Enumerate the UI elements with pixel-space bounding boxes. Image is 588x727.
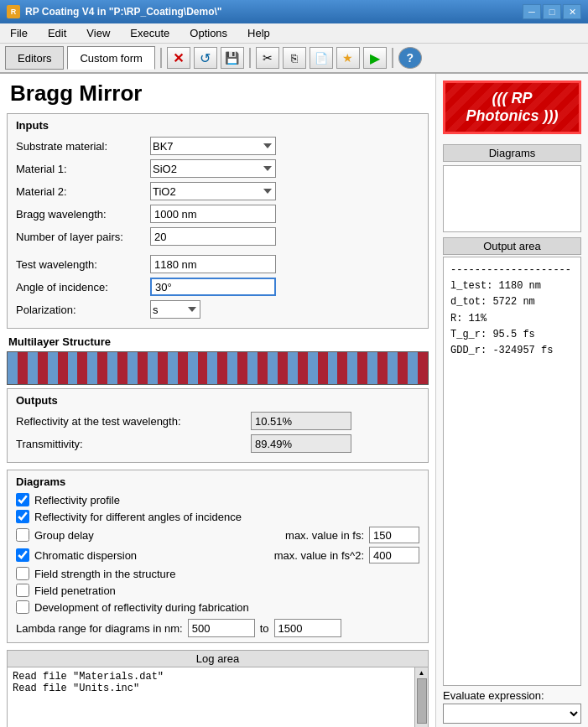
diag-extra-label-3: max. value in fs^2: <box>274 549 364 562</box>
outputs-section: Outputs Reflectivity at the test wavelen… <box>7 388 429 463</box>
inputs-section: Inputs Substrate material: BK7AirSiO2_Su… <box>7 113 429 329</box>
diag-check-1[interactable] <box>16 510 29 523</box>
ml-stripe <box>367 352 377 384</box>
ml-stripe <box>58 352 68 384</box>
diag-check-4[interactable] <box>16 567 29 580</box>
save-button[interactable]: 💾 <box>221 47 244 69</box>
bragg-wavelength-label: Bragg wavelength: <box>16 208 150 221</box>
diag-row-3: Chromatic dispersion max. value in fs^2: <box>16 547 419 563</box>
diag-label-2: Group delay <box>34 529 94 542</box>
ml-stripe <box>247 352 258 384</box>
diag-label-6: Development of reflectivity during fabri… <box>34 601 249 614</box>
scroll-thumb[interactable] <box>417 678 427 724</box>
test-wavelength-row: Test wavelength: <box>16 255 419 273</box>
menu-bar: File Edit View Execute Options Help <box>0 23 588 44</box>
lambda-to-label: to <box>260 622 269 635</box>
diag-extra-input-2[interactable] <box>369 527 419 543</box>
toolbar: Editors Custom form ✕ ↺ 💾 ✂ ⎘ 📄 ★ ▶ ? <box>0 44 588 74</box>
substrate-select[interactable]: BK7AirSiO2_Subst <box>150 137 276 155</box>
diag-label-3: Chromatic dispersion <box>34 549 137 562</box>
menu-file[interactable]: File <box>3 25 34 41</box>
ml-stripe <box>138 352 148 384</box>
ml-stripe <box>178 352 188 384</box>
ml-stripe <box>188 352 198 384</box>
diag-label-5: Field penetration <box>34 584 116 597</box>
polarization-select[interactable]: spavg <box>150 300 200 319</box>
paste-button[interactable]: 📄 <box>310 47 333 69</box>
ml-stripe <box>148 352 158 384</box>
diag-label-4: Field strength in the structure <box>34 568 175 580</box>
title-bar-controls[interactable]: ─ □ ✕ <box>523 4 581 19</box>
diag-check-0[interactable] <box>16 493 29 506</box>
menu-options[interactable]: Options <box>183 25 234 41</box>
maximize-button[interactable]: □ <box>543 4 561 19</box>
material2-select[interactable]: TiO2SiO2Ta2O5 <box>150 182 276 200</box>
scroll-up-icon[interactable]: ▲ <box>419 669 425 677</box>
ml-stripe <box>258 352 268 384</box>
ml-stripe <box>28 352 38 384</box>
diag-label-0: Reflectivity profile <box>34 494 120 506</box>
ml-stripe <box>117 352 127 384</box>
cut-button[interactable]: ✂ <box>256 47 279 69</box>
ml-stripe <box>268 352 278 384</box>
ml-stripe <box>318 352 328 384</box>
layer-pairs-input[interactable] <box>150 227 276 246</box>
angle-row: Angle of incidence: <box>16 278 419 296</box>
diag-extra-input-3[interactable] <box>369 547 419 563</box>
refresh-button[interactable]: ↺ <box>194 47 217 69</box>
title-bar: R RP Coating V4 in "P:\RP_Coating\Demo\"… <box>0 0 588 23</box>
menu-view[interactable]: View <box>80 25 117 41</box>
diag-check-5[interactable] <box>16 584 29 597</box>
bookmark-button[interactable]: ★ <box>336 47 360 69</box>
diag-check-2[interactable] <box>16 528 29 542</box>
output-line: GDD_r: -324957 fs <box>450 343 574 359</box>
bragg-wavelength-input[interactable] <box>150 205 276 223</box>
editors-tab[interactable]: Editors <box>5 46 64 70</box>
main-layout: Bragg Mirror Inputs Substrate material: … <box>0 74 588 727</box>
menu-execute[interactable]: Execute <box>123 25 176 41</box>
material1-select[interactable]: SiO2TiO2Ta2O5 <box>150 159 276 178</box>
reflectivity-value <box>251 412 351 430</box>
menu-edit[interactable]: Edit <box>41 25 73 41</box>
menu-help[interactable]: Help <box>241 25 277 41</box>
lambda-from-input[interactable] <box>188 619 255 637</box>
multilayer-section: Multilayer Structure <box>7 335 429 385</box>
ml-stripe <box>158 352 168 384</box>
custom-form-tab[interactable]: Custom form <box>67 46 154 70</box>
page-title: Bragg Mirror <box>0 74 435 110</box>
diag-row-2: Group delay max. value in fs: <box>16 527 419 543</box>
angle-label: Angle of incidence: <box>16 281 150 293</box>
inputs-title: Inputs <box>16 119 419 132</box>
left-panel: Bragg Mirror Inputs Substrate material: … <box>0 74 436 727</box>
window-title: RP Coating V4 in "P:\RP_Coating\Demo\" <box>25 6 222 18</box>
diag-row-0: Reflectivity profile <box>16 493 419 506</box>
diag-check-3[interactable] <box>16 548 29 562</box>
transmittivity-value <box>251 434 351 453</box>
lambda-to-input[interactable] <box>274 619 341 637</box>
evaluate-input[interactable] <box>443 704 581 724</box>
help-button[interactable]: ? <box>398 47 422 69</box>
ml-stripe <box>107 352 117 384</box>
diag-check-6[interactable] <box>16 600 29 614</box>
stop-button[interactable]: ✕ <box>167 47 190 69</box>
ml-stripe <box>198 352 208 384</box>
output-area-content: --------------------l_test: 1180 nmd_tot… <box>443 257 581 686</box>
test-wavelength-input[interactable] <box>150 255 276 273</box>
multilayer-title: Multilayer Structure <box>7 335 429 348</box>
copy-button[interactable]: ⎘ <box>283 47 306 69</box>
close-button[interactable]: ✕ <box>563 4 581 19</box>
run-button[interactable]: ▶ <box>363 47 387 69</box>
log-scrollbar[interactable]: ▲ ▼ <box>414 667 428 727</box>
material1-row: Material 1: SiO2TiO2Ta2O5 <box>16 159 419 178</box>
ml-stripe <box>237 352 247 384</box>
ml-stripe <box>308 352 318 384</box>
ml-stripe <box>408 352 418 384</box>
toolbar-separator-1 <box>160 48 162 68</box>
substrate-label: Substrate material: <box>16 140 150 153</box>
angle-input[interactable] <box>150 278 276 296</box>
ml-stripe <box>398 352 408 384</box>
ml-stripe <box>97 352 107 384</box>
minimize-button[interactable]: ─ <box>523 4 541 19</box>
log-content[interactable]: Read file "Materials.dat"Read file "Unit… <box>8 667 428 727</box>
multilayer-bar <box>7 351 429 385</box>
